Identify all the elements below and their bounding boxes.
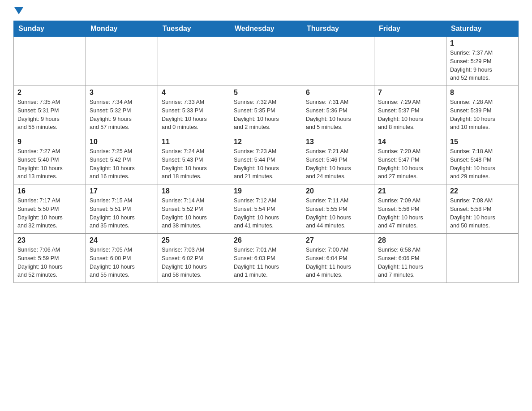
day-header-friday: Friday <box>374 21 446 37</box>
calendar-cell: 4Sunrise: 7:33 AMSunset: 5:33 PMDaylight… <box>158 86 230 135</box>
day-info: Sunrise: 7:28 AMSunset: 5:39 PMDaylight:… <box>450 98 515 132</box>
day-number: 23 <box>17 236 82 244</box>
calendar-cell: 19Sunrise: 7:12 AMSunset: 5:54 PMDayligh… <box>230 184 302 234</box>
calendar-cell: 20Sunrise: 7:11 AMSunset: 5:55 PMDayligh… <box>302 184 374 234</box>
calendar-cell: 10Sunrise: 7:25 AMSunset: 5:42 PMDayligh… <box>86 135 158 184</box>
calendar-cell: 3Sunrise: 7:34 AMSunset: 5:32 PMDaylight… <box>86 86 158 135</box>
day-number: 21 <box>378 187 442 195</box>
calendar-cell <box>86 37 158 86</box>
calendar-cell: 21Sunrise: 7:09 AMSunset: 5:56 PMDayligh… <box>374 184 446 234</box>
day-info: Sunrise: 7:11 AMSunset: 5:55 PMDaylight:… <box>306 197 370 230</box>
day-number: 28 <box>378 236 442 244</box>
day-info: Sunrise: 7:06 AMSunset: 5:59 PMDaylight:… <box>17 246 82 279</box>
day-number: 13 <box>306 138 370 146</box>
calendar-cell: 17Sunrise: 7:15 AMSunset: 5:51 PMDayligh… <box>86 184 158 234</box>
calendar-cell: 26Sunrise: 7:01 AMSunset: 6:03 PMDayligh… <box>230 234 302 283</box>
week-row-1: 1Sunrise: 7:37 AMSunset: 5:29 PMDaylight… <box>14 37 519 86</box>
logo <box>13 9 23 16</box>
day-info: Sunrise: 7:31 AMSunset: 5:36 PMDaylight:… <box>306 98 370 132</box>
day-info: Sunrise: 7:14 AMSunset: 5:52 PMDaylight:… <box>162 197 226 230</box>
day-info: Sunrise: 7:35 AMSunset: 5:31 PMDaylight:… <box>17 98 82 132</box>
calendar-cell: 24Sunrise: 7:05 AMSunset: 6:00 PMDayligh… <box>86 234 158 283</box>
calendar-cell: 25Sunrise: 7:03 AMSunset: 6:02 PMDayligh… <box>158 234 230 283</box>
calendar-cell: 12Sunrise: 7:23 AMSunset: 5:44 PMDayligh… <box>230 135 302 184</box>
calendar-cell <box>302 37 374 86</box>
day-info: Sunrise: 7:23 AMSunset: 5:44 PMDaylight:… <box>234 147 298 181</box>
day-number: 6 <box>306 89 370 97</box>
calendar-cell: 27Sunrise: 7:00 AMSunset: 6:04 PMDayligh… <box>302 234 374 283</box>
day-info: Sunrise: 7:25 AMSunset: 5:42 PMDaylight:… <box>90 147 154 181</box>
day-number: 4 <box>162 89 226 97</box>
calendar-cell: 15Sunrise: 7:18 AMSunset: 5:48 PMDayligh… <box>446 135 519 184</box>
day-number: 11 <box>162 138 226 146</box>
day-number: 20 <box>306 187 370 195</box>
week-row-5: 23Sunrise: 7:06 AMSunset: 5:59 PMDayligh… <box>14 234 519 283</box>
day-info: Sunrise: 7:00 AMSunset: 6:04 PMDaylight:… <box>306 246 370 279</box>
day-header-wednesday: Wednesday <box>230 21 302 37</box>
calendar-cell <box>158 37 230 86</box>
day-info: Sunrise: 7:09 AMSunset: 5:56 PMDaylight:… <box>378 197 442 230</box>
day-info: Sunrise: 7:33 AMSunset: 5:33 PMDaylight:… <box>162 98 226 132</box>
calendar-header-row: SundayMondayTuesdayWednesdayThursdayFrid… <box>14 21 519 37</box>
day-header-saturday: Saturday <box>446 21 519 37</box>
calendar-cell: 16Sunrise: 7:17 AMSunset: 5:50 PMDayligh… <box>14 184 86 234</box>
day-info: Sunrise: 7:08 AMSunset: 5:58 PMDaylight:… <box>450 197 515 230</box>
day-number: 2 <box>17 89 82 97</box>
day-number: 9 <box>17 138 82 146</box>
day-number: 16 <box>17 187 82 195</box>
day-number: 24 <box>90 236 154 244</box>
calendar-cell: 6Sunrise: 7:31 AMSunset: 5:36 PMDaylight… <box>302 86 374 135</box>
day-info: Sunrise: 7:17 AMSunset: 5:50 PMDaylight:… <box>17 197 82 230</box>
day-header-tuesday: Tuesday <box>158 21 230 37</box>
day-info: Sunrise: 7:29 AMSunset: 5:37 PMDaylight:… <box>378 98 442 132</box>
day-info: Sunrise: 7:20 AMSunset: 5:47 PMDaylight:… <box>378 147 442 181</box>
page-header <box>13 9 519 16</box>
calendar-cell: 1Sunrise: 7:37 AMSunset: 5:29 PMDaylight… <box>446 37 519 86</box>
day-number: 26 <box>234 236 298 244</box>
day-number: 1 <box>450 39 515 47</box>
calendar-cell: 2Sunrise: 7:35 AMSunset: 5:31 PMDaylight… <box>14 86 86 135</box>
calendar-cell: 22Sunrise: 7:08 AMSunset: 5:58 PMDayligh… <box>446 184 519 234</box>
day-number: 27 <box>306 236 370 244</box>
calendar-cell: 11Sunrise: 7:24 AMSunset: 5:43 PMDayligh… <box>158 135 230 184</box>
calendar-cell: 23Sunrise: 7:06 AMSunset: 5:59 PMDayligh… <box>14 234 86 283</box>
calendar-cell <box>230 37 302 86</box>
day-info: Sunrise: 7:37 AMSunset: 5:29 PMDaylight:… <box>450 49 515 82</box>
day-number: 18 <box>162 187 226 195</box>
day-number: 14 <box>378 138 442 146</box>
day-number: 15 <box>450 138 515 146</box>
day-number: 10 <box>90 138 154 146</box>
calendar-cell <box>446 234 519 283</box>
calendar-table: SundayMondayTuesdayWednesdayThursdayFrid… <box>13 21 519 283</box>
day-number: 17 <box>90 187 154 195</box>
day-number: 12 <box>234 138 298 146</box>
day-info: Sunrise: 7:27 AMSunset: 5:40 PMDaylight:… <box>17 147 82 181</box>
day-info: Sunrise: 7:24 AMSunset: 5:43 PMDaylight:… <box>162 147 226 181</box>
week-row-2: 2Sunrise: 7:35 AMSunset: 5:31 PMDaylight… <box>14 86 519 135</box>
day-number: 22 <box>450 187 515 195</box>
logo-triangle-icon <box>14 7 23 14</box>
day-info: Sunrise: 7:15 AMSunset: 5:51 PMDaylight:… <box>90 197 154 230</box>
day-number: 8 <box>450 89 515 97</box>
day-info: Sunrise: 7:03 AMSunset: 6:02 PMDaylight:… <box>162 246 226 279</box>
day-header-monday: Monday <box>86 21 158 37</box>
day-header-thursday: Thursday <box>302 21 374 37</box>
day-info: Sunrise: 7:32 AMSunset: 5:35 PMDaylight:… <box>234 98 298 132</box>
day-info: Sunrise: 6:58 AMSunset: 6:06 PMDaylight:… <box>378 246 442 279</box>
calendar-cell: 5Sunrise: 7:32 AMSunset: 5:35 PMDaylight… <box>230 86 302 135</box>
day-info: Sunrise: 7:21 AMSunset: 5:46 PMDaylight:… <box>306 147 370 181</box>
day-number: 7 <box>378 89 442 97</box>
day-info: Sunrise: 7:12 AMSunset: 5:54 PMDaylight:… <box>234 197 298 230</box>
calendar-cell: 18Sunrise: 7:14 AMSunset: 5:52 PMDayligh… <box>158 184 230 234</box>
calendar-cell: 8Sunrise: 7:28 AMSunset: 5:39 PMDaylight… <box>446 86 519 135</box>
day-number: 19 <box>234 187 298 195</box>
day-number: 3 <box>90 89 154 97</box>
calendar-cell: 7Sunrise: 7:29 AMSunset: 5:37 PMDaylight… <box>374 86 446 135</box>
day-number: 25 <box>162 236 226 244</box>
calendar-cell <box>374 37 446 86</box>
calendar-cell: 9Sunrise: 7:27 AMSunset: 5:40 PMDaylight… <box>14 135 86 184</box>
calendar-cell: 13Sunrise: 7:21 AMSunset: 5:46 PMDayligh… <box>302 135 374 184</box>
week-row-3: 9Sunrise: 7:27 AMSunset: 5:40 PMDaylight… <box>14 135 519 184</box>
day-info: Sunrise: 7:34 AMSunset: 5:32 PMDaylight:… <box>90 98 154 132</box>
calendar-cell: 28Sunrise: 6:58 AMSunset: 6:06 PMDayligh… <box>374 234 446 283</box>
